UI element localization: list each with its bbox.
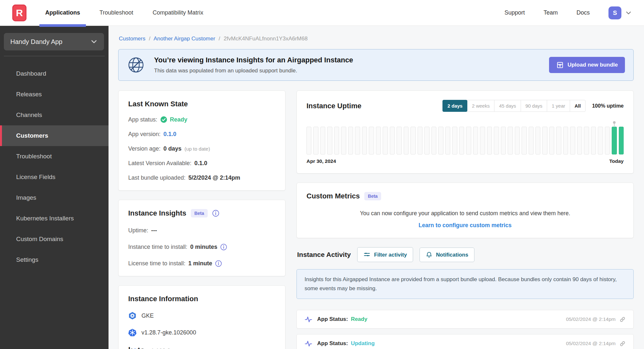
- range-all[interactable]: All: [570, 100, 586, 112]
- configure-custom-metrics-link[interactable]: Learn to configure custom metrics: [306, 222, 624, 229]
- last-known-state-title: Last Known State: [128, 100, 275, 108]
- app-selector-dropdown[interactable]: Handy Dandy App: [4, 33, 104, 50]
- event-status: Ready: [351, 316, 367, 323]
- info-icon[interactable]: [220, 244, 227, 250]
- range-45-days[interactable]: 45 days: [494, 100, 521, 112]
- instance-insights-card: Instance Insights Beta Uptime: --- Insta…: [118, 200, 286, 276]
- replicated-logo[interactable]: R: [12, 5, 26, 21]
- info-icon[interactable]: [212, 210, 219, 217]
- uptime-bar: [556, 127, 561, 154]
- sidebar-item-images[interactable]: Images: [0, 187, 109, 208]
- uptime-bar: [612, 127, 617, 154]
- breadcrumb-customer-name[interactable]: Another Airgap Customer: [153, 36, 215, 42]
- last-bundle-row: Last bundle uploaded: 5/2/2024 @ 2:14pm: [128, 174, 275, 181]
- nav-item-support[interactable]: Support: [504, 9, 525, 16]
- k8s-version-row: v1.28.7-gke.1026000: [128, 328, 275, 337]
- upload-new-bundle-button[interactable]: Upload new bundle: [549, 57, 625, 73]
- link-icon[interactable]: [619, 341, 626, 347]
- activity-event-row[interactable]: App Status: Ready 05/02/2024 @ 2:14pm: [296, 310, 634, 329]
- filter-sliders-icon: [363, 251, 370, 258]
- event-status: Updating: [351, 340, 375, 347]
- range-1-year[interactable]: 1 year: [547, 100, 570, 112]
- uptime-bar: [397, 127, 401, 154]
- app-version-link[interactable]: 0.1.0: [163, 131, 176, 138]
- custom-metrics-title: Custom Metrics: [306, 192, 360, 200]
- uptime-bar: [327, 127, 332, 154]
- range-90-days[interactable]: 90 days: [521, 100, 547, 112]
- uptime-bar: [522, 127, 526, 154]
- nav-item-docs[interactable]: Docs: [576, 9, 590, 16]
- version-age-row: Version age: 0 days (up to date): [128, 145, 275, 152]
- nav-item-compatibility-matrix[interactable]: Compatibility Matrix: [143, 0, 213, 26]
- uptime-bar: [341, 127, 346, 154]
- uptime-bar: [535, 127, 540, 154]
- uptime-bar: [466, 127, 471, 154]
- sidebar-item-releases[interactable]: Releases: [0, 84, 109, 105]
- nav-item-applications[interactable]: Applications: [36, 0, 90, 26]
- range-2-days[interactable]: 2 days: [442, 100, 467, 112]
- airgapped-globe-icon: [127, 56, 145, 74]
- uptime-bar: [431, 127, 436, 154]
- check-circle-icon: [160, 116, 167, 123]
- uptime-bar: [473, 127, 478, 154]
- uptime-bars: [306, 127, 624, 154]
- notifications-button[interactable]: Notifications: [420, 248, 474, 262]
- uptime-percentage: 100% uptime: [592, 103, 624, 109]
- sidebar-item-settings[interactable]: Settings: [0, 249, 109, 270]
- uptime-marker: [613, 121, 616, 124]
- nav-item-team[interactable]: Team: [544, 9, 558, 16]
- uptime-bar: [369, 127, 374, 154]
- bell-icon: [426, 251, 432, 258]
- sidebar-item-kubernetes-installers[interactable]: Kubernetes Installers: [0, 208, 109, 229]
- avatar[interactable]: S: [608, 6, 621, 19]
- sidebar-item-license-fields[interactable]: License Fields: [0, 167, 109, 187]
- airgap-activity-note: Insights for this Airgapped Instance are…: [296, 269, 634, 299]
- uptime-bar: [404, 127, 409, 154]
- banner-title: You’re viewing Instance Insights for an …: [154, 56, 353, 64]
- sidebar-item-troubleshoot[interactable]: Troubleshoot: [0, 146, 109, 167]
- breadcrumb-customers[interactable]: Customers: [119, 36, 145, 42]
- filter-activity-button[interactable]: Filter activity: [357, 247, 413, 262]
- nav-item-troubleshoot[interactable]: Troubleshoot: [90, 0, 143, 26]
- event-timestamp: 05/02/2024 @ 2:14pm: [566, 316, 616, 322]
- activity-event-row[interactable]: App Status: Updating 05/02/2024 @ 2:14pm: [296, 334, 634, 349]
- instance-activity-title: Instance Activity: [297, 251, 351, 259]
- uptime-bar: [515, 127, 520, 154]
- sidebar-item-dashboard[interactable]: Dashboard: [0, 63, 109, 84]
- kubernetes-icon: [128, 328, 137, 337]
- pulse-icon: [305, 340, 312, 347]
- sidebar-item-channels[interactable]: Channels: [0, 105, 109, 125]
- sidebar-item-custom-domains[interactable]: Custom Domains: [0, 229, 109, 249]
- uptime-bar: [529, 127, 534, 154]
- latest-version-row: Latest Version Available: 0.1.0: [128, 160, 275, 167]
- uptime-bar: [376, 127, 381, 154]
- breadcrumb: Customers / Another Airgap Customer / 2f…: [119, 36, 634, 42]
- sidebar-item-customers[interactable]: Customers: [0, 125, 109, 146]
- custom-metrics-card: Custom Metrics Beta You can now configur…: [296, 183, 634, 238]
- uptime-bar: [508, 127, 513, 154]
- range-2-weeks[interactable]: 2 weeks: [467, 100, 494, 112]
- kots-logo: kots: [128, 346, 145, 349]
- uptime-end-label: Today: [609, 158, 624, 164]
- uptime-bar: [320, 127, 325, 154]
- uptime-start-date: Apr 30, 2024: [306, 158, 336, 164]
- uptime-bar: [542, 127, 547, 154]
- instance-uptime-card: Instance Uptime 2 days 2 weeks 45 days 9…: [296, 90, 634, 174]
- app-version-row: App version: 0.1.0: [128, 131, 275, 138]
- app-status-row: App status: Ready: [128, 116, 275, 123]
- uptime-bar: [313, 127, 318, 154]
- link-icon[interactable]: [619, 316, 626, 323]
- app-status-value: Ready: [160, 116, 187, 123]
- instance-information-title: Instance Information: [128, 295, 275, 303]
- distribution-row: GKE: [128, 312, 275, 320]
- chevron-down-icon: [90, 38, 98, 45]
- info-icon[interactable]: [215, 260, 222, 267]
- uptime-bar: [452, 127, 457, 154]
- uptime-bar: [424, 127, 429, 154]
- account-menu[interactable]: S: [608, 6, 632, 19]
- uptime-bar: [549, 127, 554, 154]
- instance-information-card: Instance Information GKE: [118, 285, 286, 349]
- secondary-nav: Support Team Docs S: [504, 6, 632, 19]
- airgap-banner: You’re viewing Instance Insights for an …: [118, 49, 634, 81]
- uptime-bar: [459, 127, 464, 154]
